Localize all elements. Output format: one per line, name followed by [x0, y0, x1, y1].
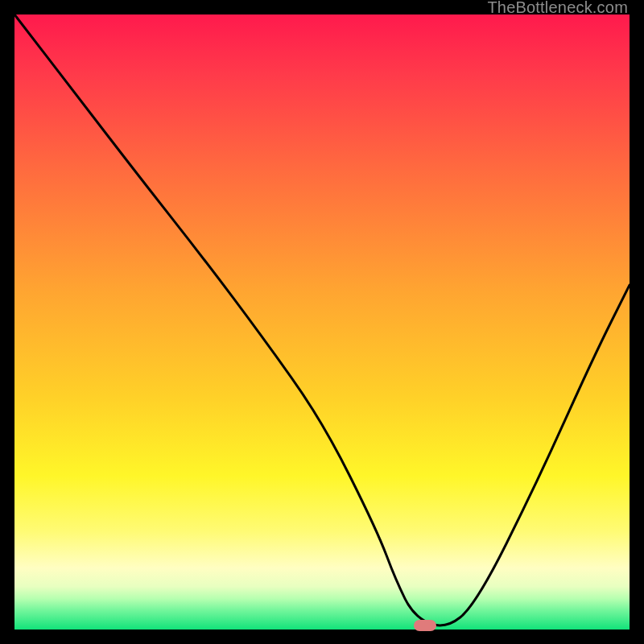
watermark-text: TheBottleneck.com — [487, 0, 628, 17]
chart-curve — [14, 14, 630, 630]
bottleneck-marker — [414, 620, 436, 631]
